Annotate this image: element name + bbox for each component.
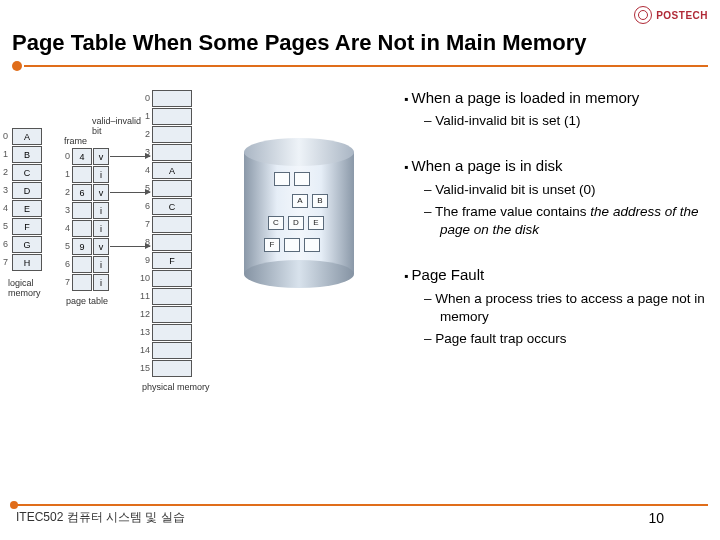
pm-cell	[152, 360, 192, 377]
pm-cell	[152, 180, 192, 197]
disk-cell	[284, 238, 300, 252]
pt-idx: 5	[58, 238, 70, 254]
logo-text: POSTECH	[656, 10, 708, 21]
page-title: Page Table When Some Pages Are Not in Ma…	[0, 0, 720, 64]
pm-cell: A	[152, 162, 192, 179]
lm-cell: E	[12, 200, 42, 217]
bullet-sub: Valid-invalid bit is set (1)	[424, 112, 710, 130]
pm-cell	[152, 234, 192, 251]
pt-frame	[72, 274, 92, 291]
pt-idx: 7	[58, 274, 70, 290]
pt-valid: v	[93, 238, 109, 255]
bullet-sub: When a process tries to access a page no…	[424, 290, 710, 326]
lm-idx: 1	[0, 146, 8, 162]
pt-frame	[72, 256, 92, 273]
pt-idx: 2	[58, 184, 70, 200]
lm-label: logical memory	[8, 278, 41, 298]
disk-cell: B	[312, 194, 328, 208]
disk-cell	[274, 172, 290, 186]
pm-idx: 0	[136, 90, 150, 106]
arrow-icon	[110, 156, 150, 157]
disk-cell: D	[288, 216, 304, 230]
footer-divider	[12, 504, 708, 506]
lm-cell: D	[12, 182, 42, 199]
arrow-icon	[110, 246, 150, 247]
disk-cell: F	[264, 238, 280, 252]
lm-cell: A	[12, 128, 42, 145]
pm-idx: 10	[132, 270, 150, 286]
lm-idx: 2	[0, 164, 8, 180]
pt-idx: 6	[58, 256, 70, 272]
disk-cell: A	[292, 194, 308, 208]
pt-frame	[72, 202, 92, 219]
diagram: 0 1 2 3 4 5 6 7 A B C D E F G H logical …	[4, 88, 374, 448]
pt-valid: i	[93, 220, 109, 237]
pm-idx: 13	[132, 324, 150, 340]
pt-idx: 4	[58, 220, 70, 236]
lm-idx: 4	[0, 200, 8, 216]
lm-cell: G	[12, 236, 42, 253]
pm-cell: F	[152, 252, 192, 269]
lm-cell: F	[12, 218, 42, 235]
bullet-head: When a page is in disk	[404, 156, 710, 176]
pm-label: physical memory	[142, 382, 210, 392]
pt-frame: 9	[72, 238, 92, 255]
vi-label: valid–invalid bit	[92, 116, 141, 136]
pm-idx: 2	[136, 126, 150, 142]
page-number: 10	[648, 510, 664, 526]
disk-icon: A B C D E F	[244, 138, 354, 288]
pm-cell	[152, 216, 192, 233]
pt-frame: 4	[72, 148, 92, 165]
lm-cell: C	[12, 164, 42, 181]
pt-label: page table	[66, 296, 108, 306]
pt-valid: i	[93, 166, 109, 183]
pm-cell	[152, 306, 192, 323]
pm-cell	[152, 342, 192, 359]
pt-valid: i	[93, 256, 109, 273]
pm-cell	[152, 324, 192, 341]
pm-idx: 14	[132, 342, 150, 358]
logo: POSTECH	[634, 6, 708, 24]
pm-cell	[152, 108, 192, 125]
pm-cell	[152, 288, 192, 305]
pt-valid: v	[93, 148, 109, 165]
pm-idx: 9	[136, 252, 150, 268]
pm-idx: 6	[136, 198, 150, 214]
lm-idx: 6	[0, 236, 8, 252]
logo-seal-icon	[634, 6, 652, 24]
pt-idx: 3	[58, 202, 70, 218]
pm-cell: C	[152, 198, 192, 215]
pm-idx: 11	[132, 288, 150, 304]
pm-cell	[152, 144, 192, 161]
bullet-list: When a page is loaded in memory Valid-in…	[384, 88, 710, 448]
lm-idx: 5	[0, 218, 8, 234]
bullet-head: Page Fault	[404, 265, 710, 285]
pt-frame	[72, 166, 92, 183]
pt-valid: v	[93, 184, 109, 201]
footer-course: ITEC502 컴퓨터 시스템 및 실습	[16, 509, 185, 526]
lm-idx: 0	[0, 128, 8, 144]
bullet-head: When a page is loaded in memory	[404, 88, 710, 108]
pt-idx: 1	[58, 166, 70, 182]
disk-cell	[304, 238, 320, 252]
pm-cell	[152, 90, 192, 107]
content-row: 0 1 2 3 4 5 6 7 A B C D E F G H logical …	[0, 68, 720, 448]
arrow-icon	[110, 192, 150, 193]
pt-valid: i	[93, 274, 109, 291]
bullet-sub: Page fault trap occurs	[424, 330, 710, 348]
bullet-sub: The frame value contains the address of …	[424, 203, 710, 239]
disk-cell: C	[268, 216, 284, 230]
lm-cell: B	[12, 146, 42, 163]
pm-idx: 7	[136, 216, 150, 232]
pm-idx: 1	[136, 108, 150, 124]
pm-idx: 4	[136, 162, 150, 178]
title-divider	[12, 64, 708, 68]
disk-cell: E	[308, 216, 324, 230]
pm-idx: 15	[132, 360, 150, 376]
lm-idx: 3	[0, 182, 8, 198]
pm-idx: 12	[132, 306, 150, 322]
pm-cell	[152, 270, 192, 287]
frame-label: frame	[64, 136, 87, 146]
pt-valid: i	[93, 202, 109, 219]
bullet-sub: Valid-invalid bit is unset (0)	[424, 181, 710, 199]
